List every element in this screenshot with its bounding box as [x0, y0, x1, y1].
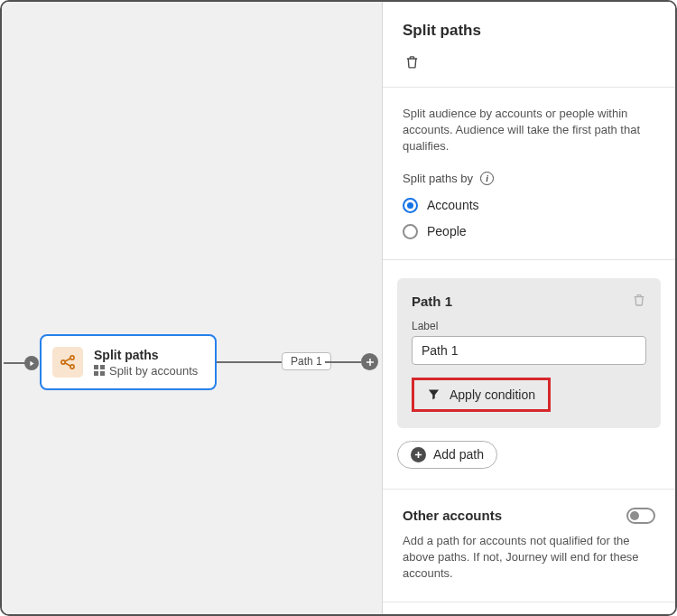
edge-line-in	[4, 362, 25, 364]
path-title: Path 1	[412, 294, 452, 309]
svg-line-4	[65, 363, 70, 366]
panel-description: Split audience by accounts or people wit…	[383, 88, 675, 155]
svg-rect-8	[100, 371, 105, 376]
delete-path-button[interactable]	[632, 293, 646, 311]
edge-line-out	[217, 361, 283, 363]
app-root: Split paths Split by accounts Path 1 Spl…	[0, 0, 677, 616]
properties-panel: Split paths Split audience by accounts o…	[382, 2, 675, 614]
accounts-icon	[94, 365, 105, 376]
node-subtitle: Split by accounts	[109, 364, 198, 378]
add-node-port[interactable]	[361, 353, 378, 370]
split-paths-node[interactable]: Split paths Split by accounts	[40, 334, 217, 390]
info-icon[interactable]: i	[480, 172, 494, 185]
svg-point-2	[70, 365, 74, 369]
edge-line-after	[325, 361, 361, 363]
svg-line-3	[65, 359, 70, 361]
trash-icon	[632, 293, 646, 307]
radio-input-accounts[interactable]	[403, 198, 418, 213]
radio-people[interactable]: People	[403, 224, 655, 239]
path-label-input[interactable]	[412, 336, 646, 365]
edge-label[interactable]: Path 1	[282, 352, 331, 370]
share-icon	[52, 347, 83, 378]
apply-condition-label: Apply condition	[450, 387, 535, 402]
split-by-label: Split paths by	[403, 172, 473, 185]
path-card: Path 1 Label Apply condition	[397, 278, 661, 428]
svg-rect-5	[94, 365, 98, 369]
other-accounts-toggle[interactable]	[626, 508, 655, 524]
apply-condition-button[interactable]: Apply condition	[412, 378, 551, 412]
radio-label-accounts: Accounts	[427, 198, 479, 212]
entry-port[interactable]	[24, 356, 39, 370]
other-accounts-description: Add a path for accounts not qualified fo…	[403, 533, 655, 583]
svg-rect-6	[100, 365, 105, 369]
toggle-knob	[630, 511, 639, 520]
svg-point-1	[70, 356, 74, 359]
path-label-field-label: Label	[412, 320, 646, 332]
delete-node-button[interactable]	[403, 52, 421, 70]
add-path-button[interactable]: Add path	[397, 441, 497, 469]
radio-label-people: People	[427, 224, 467, 238]
filter-icon	[427, 387, 441, 401]
trash-icon	[404, 54, 420, 70]
radio-input-people[interactable]	[403, 224, 418, 239]
svg-point-0	[61, 360, 65, 364]
other-accounts-title: Other accounts	[403, 508, 502, 523]
panel-title: Split paths	[403, 22, 655, 40]
node-title: Split paths	[94, 348, 198, 362]
other-accounts-section: Other accounts Add a path for accounts n…	[383, 490, 675, 603]
svg-rect-7	[94, 371, 98, 376]
journey-canvas[interactable]: Split paths Split by accounts Path 1	[2, 2, 382, 614]
add-path-label: Add path	[433, 447, 484, 462]
plus-icon	[411, 447, 426, 462]
radio-accounts[interactable]: Accounts	[403, 198, 655, 213]
